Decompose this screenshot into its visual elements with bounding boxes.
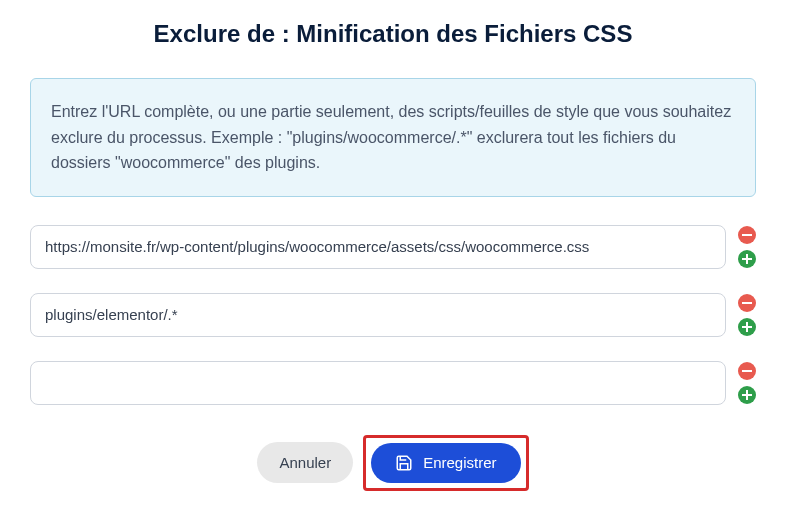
remove-row-button[interactable] <box>738 362 756 380</box>
svg-rect-8 <box>742 394 752 396</box>
input-row <box>30 225 756 269</box>
add-row-button[interactable] <box>738 318 756 336</box>
info-box: Entrez l'URL complète, ou une partie seu… <box>30 78 756 197</box>
add-row-button[interactable] <box>738 386 756 404</box>
row-controls <box>738 226 756 268</box>
svg-rect-3 <box>742 302 752 304</box>
exclusion-input[interactable] <box>30 225 726 269</box>
svg-rect-5 <box>742 326 752 328</box>
input-row <box>30 293 756 337</box>
add-row-button[interactable] <box>738 250 756 268</box>
exclusion-input[interactable] <box>30 293 726 337</box>
row-controls <box>738 294 756 336</box>
exclusion-input[interactable] <box>30 361 726 405</box>
save-highlight: Enregistrer <box>363 435 528 491</box>
save-button[interactable]: Enregistrer <box>371 443 520 483</box>
save-button-label: Enregistrer <box>423 454 496 471</box>
page-title: Exclure de : Minification des Fichiers C… <box>30 20 756 48</box>
svg-rect-6 <box>742 370 752 372</box>
row-controls <box>738 362 756 404</box>
save-icon <box>395 454 413 472</box>
remove-row-button[interactable] <box>738 226 756 244</box>
cancel-button[interactable]: Annuler <box>257 442 353 483</box>
input-row <box>30 361 756 405</box>
svg-rect-0 <box>742 234 752 236</box>
svg-rect-2 <box>742 258 752 260</box>
button-row: Annuler Enregistrer <box>30 435 756 491</box>
remove-row-button[interactable] <box>738 294 756 312</box>
